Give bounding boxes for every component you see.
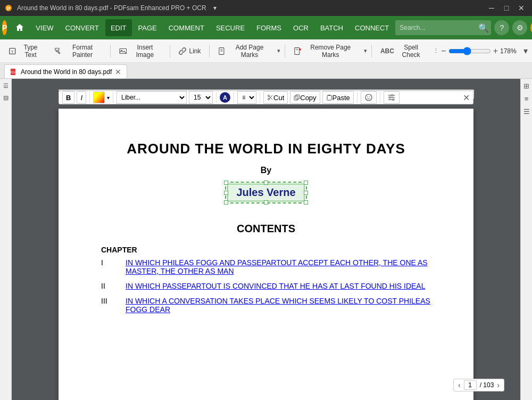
svg-point-40 [389, 97, 390, 99]
menu-forms[interactable]: FORMS [251, 19, 287, 36]
menu-home[interactable] [10, 19, 29, 36]
prev-page-button[interactable]: ‹ [458, 381, 461, 389]
spell-check-icon: ABC [380, 47, 394, 55]
search-wrap: 🔍 [395, 20, 491, 35]
page-separator: / 103 [480, 381, 494, 389]
menu-page[interactable]: PAGE [133, 19, 162, 36]
remove-page-marks-button[interactable]: Remove Page Marks [289, 43, 362, 60]
author-box[interactable]: Jules Verne [227, 184, 304, 201]
right-panel-btn-1[interactable]: ⊞ [522, 81, 531, 91]
help-button[interactable]: ? [494, 20, 509, 35]
svg-text:T: T [11, 49, 14, 54]
menu-secure[interactable]: SECURE [211, 19, 250, 36]
svg-text:PDF: PDF [11, 71, 16, 74]
chapter-label: CHAPTER [101, 246, 431, 254]
pdf-tab-icon: PDF [10, 68, 18, 76]
fmt-divider-5 [260, 92, 260, 103]
toc-item-3: III IN WHICH A CONVERSATION TAKES PLACE … [101, 297, 431, 314]
spell-check-more[interactable]: ⋮ [433, 47, 439, 54]
toc-num-1: I [101, 258, 117, 267]
add-page-marks-arrow[interactable]: ▾ [277, 47, 280, 54]
svg-point-34 [365, 94, 372, 101]
svg-point-42 [392, 99, 394, 101]
page-number-bar: ‹ / 103 › [453, 379, 504, 391]
color-dropdown[interactable]: ▾ [107, 95, 110, 101]
toc-link-1[interactable]: IN WHICH PHILEAS FOGG AND PASSEPARTOUT A… [126, 258, 431, 275]
add-page-marks-button[interactable]: Add Page Marks [214, 43, 275, 60]
pdf-tab[interactable]: PDF Around the World in 80 days.pdf ✕ [4, 64, 127, 78]
document-title: AROUND THE WORLD IN EIGHTY DAYS [101, 141, 431, 157]
fmt-divider-3 [216, 92, 217, 103]
format-toolbar-close[interactable]: ✕ [463, 93, 470, 103]
zoom-slider[interactable] [448, 47, 491, 55]
search-icon[interactable]: 🔍 [478, 23, 489, 33]
sliders-icon [387, 93, 396, 102]
svg-point-35 [367, 96, 368, 97]
bold-button[interactable]: B [62, 91, 74, 104]
italic-button[interactable]: I [77, 91, 86, 104]
svg-point-38 [391, 95, 393, 96]
search-input[interactable] [395, 20, 491, 35]
app-logo[interactable]: P [2, 20, 7, 35]
divider-1 [110, 45, 111, 58]
menu-edit[interactable]: EDIT [105, 19, 132, 36]
edit-toolbar: T Type Text Format Painter Insert Image … [0, 39, 532, 63]
tab-close-button[interactable]: ✕ [115, 68, 121, 76]
copy-button[interactable]: Copy [290, 91, 320, 104]
cut-button[interactable]: Cut [263, 91, 288, 104]
dropdown-arrow[interactable]: ▾ [211, 4, 219, 12]
zoom-dropdown[interactable]: ▾ [523, 46, 528, 56]
page-thumbnails-button[interactable]: ▤ [1, 93, 11, 102]
emoji-button[interactable] [361, 91, 377, 104]
type-text-icon: T [9, 47, 16, 55]
text-align-select[interactable]: ≡ ⬅ ➡ [237, 91, 256, 104]
title-bar-left: P Around the World in 80 days.pdf - PDFs… [4, 4, 219, 12]
next-page-button[interactable]: › [497, 381, 500, 389]
window-controls: ─ □ ✕ [485, 3, 528, 13]
toc-link-3[interactable]: IN WHICH A CONVERSATION TAKES PLACE WHIC… [126, 297, 431, 314]
font-size-select[interactable]: 15 12 14 16 18 [189, 91, 213, 104]
restore-button[interactable]: □ [500, 3, 513, 13]
menu-comment[interactable]: COMMENT [163, 19, 210, 36]
title-bar: P Around the World in 80 days.pdf - PDFs… [0, 0, 532, 16]
menu-batch[interactable]: BATCH [315, 19, 348, 36]
close-button[interactable]: ✕ [515, 3, 528, 13]
fmt-divider-2 [113, 92, 113, 103]
toc-link-2[interactable]: IN WHICH PASSEPARTOUT IS CONVINCED THAT … [126, 282, 426, 290]
remove-page-marks-arrow[interactable]: ▾ [364, 47, 367, 54]
text-color-button[interactable]: A [220, 92, 230, 103]
fmt-divider-1 [89, 92, 90, 103]
menu-connect[interactable]: CONNECT [350, 19, 394, 36]
svg-rect-9 [295, 47, 300, 54]
minimize-button[interactable]: ─ [485, 3, 498, 13]
divider-2 [170, 45, 170, 58]
document-by: By [101, 166, 431, 175]
settings-button[interactable]: ⚙ [512, 20, 527, 35]
link-button[interactable]: Link [174, 43, 205, 60]
right-panel-btn-3[interactable]: ☰ [522, 107, 531, 116]
paste-button[interactable]: Paste [322, 91, 354, 104]
panel-toggle-button[interactable]: ☰ [1, 81, 11, 91]
spell-check-button[interactable]: ABC Spell Check [376, 43, 430, 60]
font-family-select[interactable]: Liber... Arial Times New Roman [117, 91, 187, 104]
author-box-wrapper[interactable]: Jules Verne [227, 184, 304, 201]
right-panel-btn-2[interactable]: ≡ [522, 94, 531, 103]
page-number-input[interactable] [464, 380, 477, 390]
zoom-out-button[interactable]: − [441, 46, 446, 56]
format-painter-button[interactable]: Format Painter [49, 43, 106, 60]
zoom-controls: − + 178% ▾ [441, 46, 528, 56]
menu-view[interactable]: VIEW [30, 19, 59, 36]
tab-bar: PDF Around the World in 80 days.pdf ✕ [0, 63, 532, 79]
menu-convert[interactable]: CONVERT [60, 19, 104, 36]
fmt-divider-4 [234, 92, 234, 103]
insert-image-button[interactable]: Insert Image [115, 43, 165, 60]
type-text-button[interactable]: T Type Text [4, 43, 47, 60]
zoom-in-button[interactable]: + [493, 46, 498, 56]
menu-ocr[interactable]: OCR [288, 19, 314, 36]
more-options-button[interactable] [384, 91, 400, 104]
app-small-logo[interactable]: P [4, 4, 13, 12]
pdf-viewer[interactable]: B I ▾ Liber... Arial Times New Roman 15 … [12, 79, 520, 400]
author-container: Jules Verne [101, 184, 431, 201]
insert-image-icon [119, 47, 127, 55]
text-color-picker[interactable] [93, 92, 105, 103]
